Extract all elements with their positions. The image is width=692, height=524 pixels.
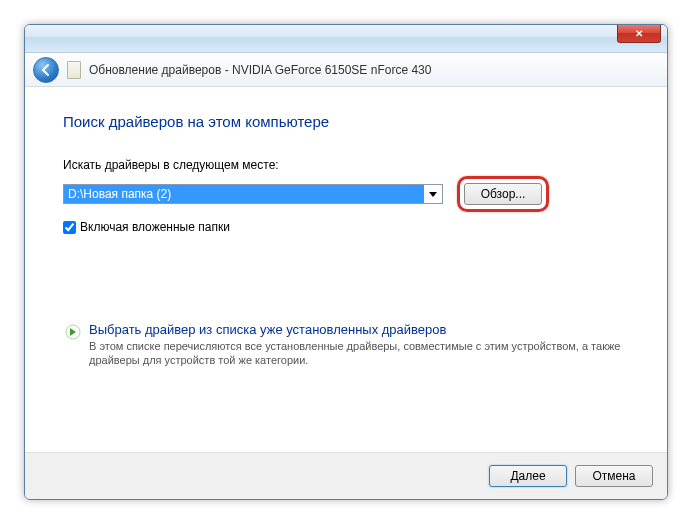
include-subfolders-checkbox[interactable] [63,221,76,234]
option-desc: В этом списке перечисляются все установл… [89,339,627,367]
back-button[interactable] [33,57,59,83]
titlebar: ✕ [25,25,667,53]
dialog-window: ✕ Обновление драйверов - NVIDIA GeForce … [24,24,668,500]
include-subfolders-label: Включая вложенные папки [80,220,230,234]
navbar: Обновление драйверов - NVIDIA GeForce 61… [25,53,667,87]
close-icon: ✕ [635,28,643,39]
path-row: D:\Новая папка (2) Обзор... [63,176,629,212]
arrow-left-icon [39,63,53,77]
next-button[interactable]: Далее [489,465,567,487]
dropdown-arrow[interactable] [424,192,442,197]
browse-highlight: Обзор... [457,176,549,212]
path-combobox[interactable]: D:\Новая папка (2) [63,184,443,204]
option-title: Выбрать драйвер из списка уже установлен… [89,322,627,337]
pick-from-list-option[interactable]: Выбрать драйвер из списка уже установлен… [63,318,629,371]
footer: Далее Отмена [25,453,667,499]
browse-button[interactable]: Обзор... [464,183,542,205]
content-area: Поиск драйверов на этом компьютере Искат… [25,87,667,381]
path-value: D:\Новая папка (2) [64,185,424,203]
cancel-button[interactable]: Отмена [575,465,653,487]
device-icon [67,61,81,79]
arrow-right-icon [65,324,81,340]
path-label: Искать драйверы в следующем месте: [63,158,629,172]
window-title: Обновление драйверов - NVIDIA GeForce 61… [89,63,431,77]
chevron-down-icon [429,192,437,197]
option-text: Выбрать драйвер из списка уже установлен… [89,322,627,367]
close-button[interactable]: ✕ [617,25,661,43]
page-heading: Поиск драйверов на этом компьютере [63,113,629,130]
include-subfolders-row[interactable]: Включая вложенные папки [63,220,629,234]
